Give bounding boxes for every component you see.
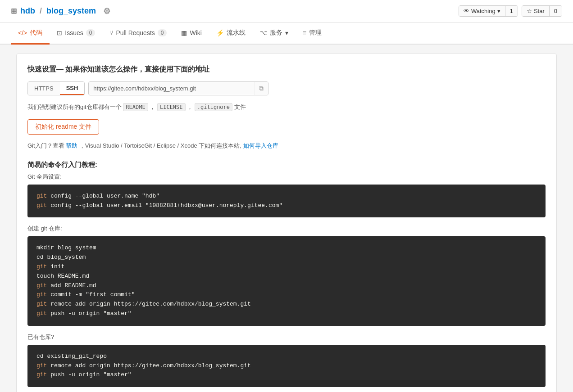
pr-icon: ⑂ [109,29,113,36]
tab-pr-label: Pull Requests [116,29,155,36]
help-links-text: ，Visual Studio / TortoiseGit / Eclipse /… [79,142,241,149]
tutorial-section-title: 简易的命令行入门教程: [27,161,546,169]
tab-wiki[interactable]: ▦ Wiki [174,23,209,44]
repo-url-input[interactable] [89,82,254,95]
existing-repo-label: 已有仓库? [27,333,546,341]
wiki-icon: ▦ [181,29,187,36]
services-chevron-icon: ▾ [285,29,288,36]
repo-name-link[interactable]: blog_system [46,6,96,16]
suggestion-suffix: 文件 [234,104,246,110]
issues-badge: 0 [86,29,96,36]
repo-title: ⊞ hdb / blog_system ⚙ [11,6,110,16]
https-toggle[interactable]: HTTPS [28,82,60,95]
nav-tabs: </> 代码 ⊡ Issues 0 ⑂ Pull Requests 0 ▦ Wi… [0,23,573,45]
quick-setup-title: 快速设置— 如果你知道该怎么操作，直接使用下面的地址 [27,65,546,74]
pr-badge: 0 [158,29,167,36]
license-tag: LICENSE [157,103,186,111]
tab-pull-requests[interactable]: ⑂ Pull Requests 0 [102,23,174,44]
create-repo-label: 创建 git 仓库: [27,225,546,233]
watch-main[interactable]: 👁 Watching ▾ [459,6,505,16]
url-toggle: HTTPS SSH [27,81,85,95]
settings-icon[interactable]: ⚙ [103,6,110,16]
watch-count[interactable]: 1 [505,6,518,16]
star-main[interactable]: ☆ Star [522,6,550,16]
readme-tag: README [123,103,148,111]
init-readme-button[interactable]: 初始化 readme 文件 [27,119,99,135]
tab-pipeline-label: 流水线 [227,29,246,37]
star-button[interactable]: ☆ Star 0 [522,5,562,17]
tab-wiki-label: Wiki [190,29,201,36]
suggestion-prefix: 我们强烈建议所有的git仓库都有一个 [27,104,123,110]
tab-services-label: 服务 [270,29,282,37]
star-label: Star [534,8,545,14]
global-setup-label: Git 全局设置: [27,173,546,181]
comma1: ， [150,104,155,110]
copy-icon[interactable]: ⧉ [254,82,268,95]
url-input-wrap: ⧉ [88,81,268,95]
issues-icon: ⊡ [57,29,62,36]
help-link[interactable]: 帮助 [66,142,77,149]
watch-button[interactable]: 👁 Watching ▾ 1 [459,5,518,17]
top-header: ⊞ hdb / blog_system ⚙ 👁 Watching ▾ 1 ☆ S… [0,0,573,23]
global-setup-code: git config --global user.name "hdb" git … [27,185,546,218]
tab-services[interactable]: ⌥ 服务 ▾ [253,23,296,45]
help-links: Git入门？查看 帮助 ，Visual Studio / TortoiseGit… [27,142,546,150]
eye-icon: 👁 [464,8,469,14]
tab-pipeline[interactable]: ⚡ 流水线 [209,23,253,45]
tab-manage-label: 管理 [309,29,322,37]
help-prefix: Git入门？查看 [27,142,66,149]
manage-icon: ≡ [303,29,306,36]
tab-code-label: 代码 [30,29,42,37]
services-icon: ⌥ [260,29,267,36]
gitignore-tag: .gitignore [195,103,232,111]
tab-manage[interactable]: ≡ 管理 [296,23,329,45]
watch-label: Watching [471,8,496,14]
repo-icon: ⊞ [11,7,17,15]
content-box: 快速设置— 如果你知道该怎么操作，直接使用下面的地址 HTTPS SSH ⧉ 我… [16,54,557,392]
suggestion-text: 我们强烈建议所有的git仓库都有一个 README ， LICENSE ， .g… [27,103,546,112]
comma2: ， [187,104,193,110]
existing-repo-code: cd existing_git_repo git remote add orig… [27,345,546,387]
star-count[interactable]: 0 [550,6,562,16]
separator: / [40,6,42,16]
ssh-toggle[interactable]: SSH [60,82,85,95]
url-row: HTTPS SSH ⧉ [27,81,546,95]
tab-issues[interactable]: ⊡ Issues 0 [50,23,102,44]
main-content: 快速设置— 如果你知道该怎么操作，直接使用下面的地址 HTTPS SSH ⧉ 我… [7,54,566,392]
star-icon: ☆ [527,8,532,14]
pipeline-icon: ⚡ [216,29,224,36]
import-repo-link[interactable]: 如何导入仓库 [243,142,278,149]
owner-link[interactable]: hdb [20,6,35,16]
create-repo-code: mkdir blog_system cd blog_system git ini… [27,236,546,325]
tab-issues-label: Issues [65,29,83,36]
code-icon: </> [18,29,27,36]
header-actions: 👁 Watching ▾ 1 ☆ Star 0 [459,5,562,17]
tab-code[interactable]: </> 代码 [11,23,50,45]
chevron-down-icon: ▾ [497,8,500,14]
